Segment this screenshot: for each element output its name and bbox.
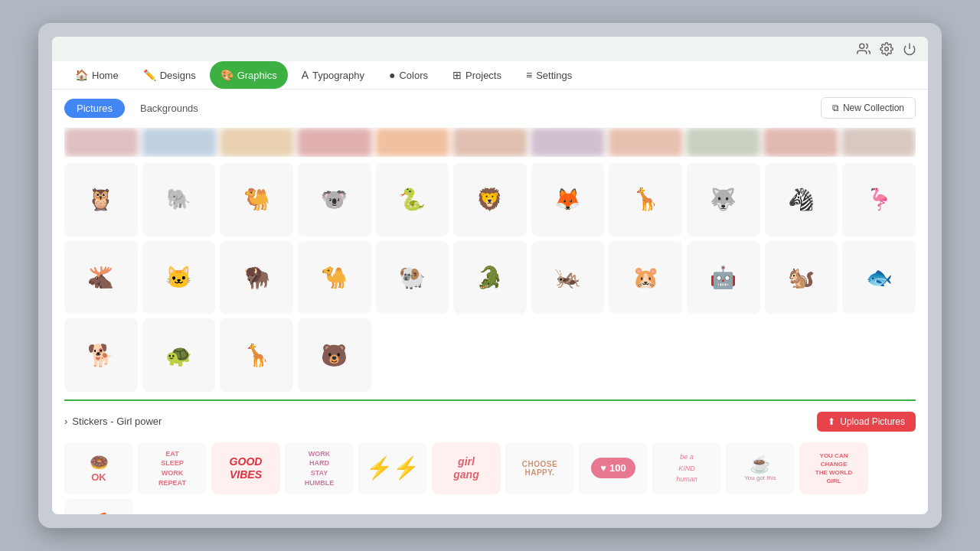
users-icon[interactable]	[856, 41, 871, 57]
sticker-choose-happy[interactable]: CHOOSE HAPPY.	[505, 442, 574, 494]
home-icon: 🏠	[75, 69, 88, 81]
animal-grid-row1: 🦉 🐘 🐫 🐨 🐍 🦁 🦊 🦒 🐺 🦓 🦩	[64, 163, 916, 236]
animal-giraffe2[interactable]: 🦒	[220, 318, 293, 392]
sticker-you-got-this[interactable]: ☕ You got this	[726, 442, 795, 494]
stickers-grid: 🍩 OK EATSLEEPWORKREPEAT GOODVIBES WORKHA…	[64, 442, 916, 514]
animal-fox[interactable]: 🦊	[531, 163, 605, 236]
filter-tabs: Pictures Backgrounds	[64, 99, 211, 118]
power-icon[interactable]	[902, 41, 917, 57]
animal-dog[interactable]: 🐕	[64, 318, 138, 392]
sticker-change-world[interactable]: YOU CANCHANGETHE WORLDGIRL	[799, 442, 868, 494]
projects-icon: ⊞	[452, 69, 462, 81]
screen: 🏠 Home ✏️ Designs 🎨 Graphics A Typograph…	[52, 37, 928, 514]
animal-owl[interactable]: 🦉	[64, 163, 138, 236]
colors-icon: ●	[389, 69, 395, 81]
sticker-dreamer[interactable]: 🌈 dreamer	[64, 499, 133, 514]
sticker-bolt[interactable]: ⚡⚡	[358, 442, 427, 494]
monitor-frame: 🏠 Home ✏️ Designs 🎨 Graphics A Typograph…	[38, 23, 942, 528]
nav-projects[interactable]: ⊞ Projects	[442, 61, 512, 89]
animal-moose[interactable]: 🫎	[64, 241, 138, 315]
upload-icon: ⬆	[828, 416, 835, 427]
animal-teal-animal[interactable]: 🦬	[220, 241, 293, 315]
sticker-100[interactable]: ♥100	[579, 442, 648, 494]
nav-typography[interactable]: A Typography	[291, 61, 375, 89]
animal-zebra[interactable]: 🦓	[765, 163, 838, 236]
blurred-preview-row	[64, 128, 916, 157]
sticker-girl-gang[interactable]: girlgang	[432, 442, 501, 494]
animal-bug[interactable]: 🦗	[531, 241, 605, 315]
animal-ram[interactable]: 🐏	[376, 241, 449, 315]
animal-giraffe[interactable]: 🦒	[609, 163, 682, 236]
animal-elephant[interactable]: 🐘	[142, 163, 216, 236]
sticker-eat-sleep[interactable]: EATSLEEPWORKREPEAT	[138, 442, 207, 494]
collection-icon: ⧉	[832, 103, 839, 113]
animal-squirrel[interactable]: 🐿️	[765, 241, 838, 315]
tab-pictures[interactable]: Pictures	[64, 99, 125, 118]
nav-colors[interactable]: ● Colors	[378, 61, 439, 89]
sticker-work-hard[interactable]: WORKHARDSTAYHUMBLE	[285, 442, 354, 494]
animal-grid-row3: 🐕 🐢 🦒 🐻	[64, 318, 916, 392]
sticker-kind-human[interactable]: be aKINDhuman	[652, 442, 721, 494]
animal-robot-bear[interactable]: 🤖	[687, 241, 760, 315]
animal-koala[interactable]: 🐨	[298, 163, 371, 236]
animal-bear[interactable]: 🐻	[298, 318, 371, 392]
svg-point-0	[860, 44, 864, 48]
navbar: 🏠 Home ✏️ Designs 🎨 Graphics A Typograph…	[52, 61, 928, 90]
animal-lion[interactable]: 🦁	[453, 163, 527, 236]
nav-home[interactable]: 🏠 Home	[64, 61, 129, 89]
settings-icon: ≡	[526, 69, 532, 81]
animal-croc[interactable]: 🐊	[453, 241, 527, 315]
sticker-good-vibes[interactable]: GOODVIBES	[211, 442, 280, 494]
nav-graphics[interactable]: 🎨 Graphics	[210, 61, 288, 89]
svg-point-1	[885, 47, 889, 51]
gear-icon[interactable]	[879, 41, 894, 57]
tab-backgrounds[interactable]: Backgrounds	[128, 99, 211, 118]
filter-bar: Pictures Backgrounds ⧉ New Collection	[64, 97, 916, 119]
chevron-icon[interactable]: ›	[64, 416, 67, 427]
animal-narwhal[interactable]: 🐟	[842, 241, 916, 315]
designs-icon: ✏️	[143, 69, 156, 81]
animal-wolf[interactable]: 🐺	[687, 163, 760, 236]
topbar	[52, 37, 928, 61]
upload-pictures-button[interactable]: ⬆ Upload Pictures	[817, 412, 916, 432]
animal-snake[interactable]: 🐍	[376, 163, 449, 236]
graphics-icon: 🎨	[220, 69, 234, 81]
animal-hamster[interactable]: 🐹	[609, 241, 682, 315]
nav-designs[interactable]: ✏️ Designs	[132, 61, 207, 89]
animal-grid-row2: 🫎 🐱 🦬 🐪 🐏 🐊 🦗 🐹 🤖 🐿️ 🐟	[64, 241, 916, 315]
animal-cat-yellow[interactable]: 🐱	[142, 241, 216, 315]
animal-flamingo[interactable]: 🦩	[842, 163, 916, 236]
section-divider	[64, 399, 916, 401]
animal-camel[interactable]: 🐪	[298, 241, 371, 315]
stickers-title-label: Stickers - Girl power	[72, 416, 162, 427]
animal-turtle[interactable]: 🐢	[142, 318, 216, 392]
new-collection-button[interactable]: ⧉ New Collection	[821, 97, 916, 119]
typography-icon: A	[302, 69, 309, 81]
animal-camel-right[interactable]: 🐫	[220, 163, 293, 236]
stickers-section-title: › Stickers - Girl power	[64, 416, 162, 427]
stickers-section-header: › Stickers - Girl power ⬆ Upload Picture…	[64, 409, 916, 435]
nav-settings[interactable]: ≡ Settings	[515, 61, 583, 89]
content-area: Pictures Backgrounds ⧉ New Collection	[52, 90, 928, 514]
sticker-donut-ok[interactable]: 🍩 OK	[64, 442, 133, 494]
